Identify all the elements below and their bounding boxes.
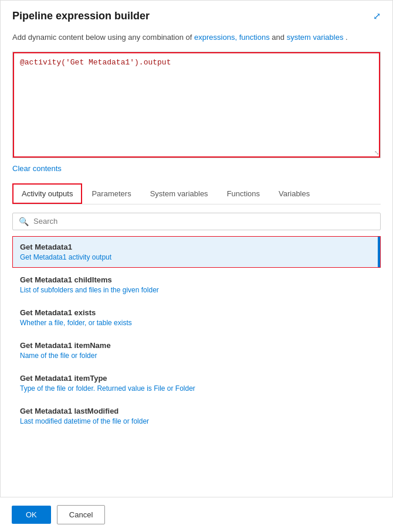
tab-parameters[interactable]: Parameters — [82, 183, 140, 204]
list-item-title: Get Metadata1 exists — [20, 308, 373, 317]
expression-container: @activity('Get Metadata1').output ⤡ — [12, 52, 381, 158]
resize-handle[interactable]: ⤡ — [372, 149, 379, 156]
tab-variables[interactable]: Variables — [269, 183, 319, 204]
list-item-title: Get Metadata1 — [20, 243, 373, 251]
search-icon: 🔍 — [19, 217, 29, 226]
list-item[interactable]: Get Metadata1 Get Metadata1 activity out… — [12, 236, 381, 268]
pipeline-expression-builder-dialog: Pipeline expression builder ⤢ Add dynami… — [0, 0, 393, 532]
dialog-footer: OK Cancel — [0, 497, 393, 532]
subtitle-text: Add dynamic content below using any comb… — [12, 33, 194, 42]
list-item-title: Get Metadata1 itemType — [20, 374, 373, 383]
list-item-title: Get Metadata1 childItems — [20, 275, 373, 284]
list-item-desc: Whether a file, folder, or table exists — [20, 319, 373, 327]
expressions-link[interactable]: expressions, — [194, 33, 237, 42]
dialog-title: Pipeline expression builder — [12, 10, 150, 22]
list-item[interactable]: Get Metadata1 childItems List of subfold… — [12, 269, 381, 301]
search-input[interactable] — [33, 217, 374, 226]
list-item[interactable]: Get Metadata1 lastModified Last modified… — [12, 400, 381, 432]
expression-value[interactable]: @activity('Get Metadata1').output — [13, 52, 380, 158]
system-variables-link[interactable]: system variables — [287, 33, 344, 42]
list-item[interactable]: Get Metadata1 itemName Name of the file … — [12, 335, 381, 366]
selected-bar — [378, 237, 380, 267]
list-item-desc: Name of the file or folder — [20, 352, 373, 360]
dialog-header: Pipeline expression builder ⤢ — [1, 1, 392, 28]
list-item-desc: Last modified datetime of the file or fo… — [20, 417, 373, 425]
ok-button[interactable]: OK — [12, 506, 51, 524]
items-list: Get Metadata1 Get Metadata1 activity out… — [12, 236, 381, 532]
cancel-button[interactable]: Cancel — [57, 505, 105, 524]
expand-icon[interactable]: ⤢ — [373, 11, 381, 22]
list-item[interactable]: Get Metadata1 itemType Type of the file … — [12, 367, 381, 399]
list-item-desc: Get Metadata1 activity output — [20, 253, 373, 261]
clear-contents-link[interactable]: Clear contents — [12, 164, 381, 173]
list-item-title: Get Metadata1 itemName — [20, 341, 373, 350]
list-item-desc: Type of the file or folder. Returned val… — [20, 384, 373, 393]
tab-system-variables[interactable]: System variables — [141, 183, 218, 204]
subtitle-and-text: and — [272, 33, 286, 42]
list-item[interactable]: Get Metadata1 exists Whether a file, fol… — [12, 302, 381, 333]
search-container: 🔍 — [12, 213, 381, 230]
tab-functions[interactable]: Functions — [218, 183, 269, 204]
tabs-container: Activity outputs Parameters System varia… — [12, 183, 381, 204]
subtitle-end-text: . — [345, 33, 348, 42]
tab-activity-outputs[interactable]: Activity outputs — [12, 183, 82, 204]
list-item-desc: List of subfolders and files in the give… — [20, 286, 373, 294]
dialog-subtitle: Add dynamic content below using any comb… — [1, 28, 392, 52]
list-item-title: Get Metadata1 lastModified — [20, 407, 373, 415]
functions-link[interactable]: functions — [239, 33, 270, 42]
